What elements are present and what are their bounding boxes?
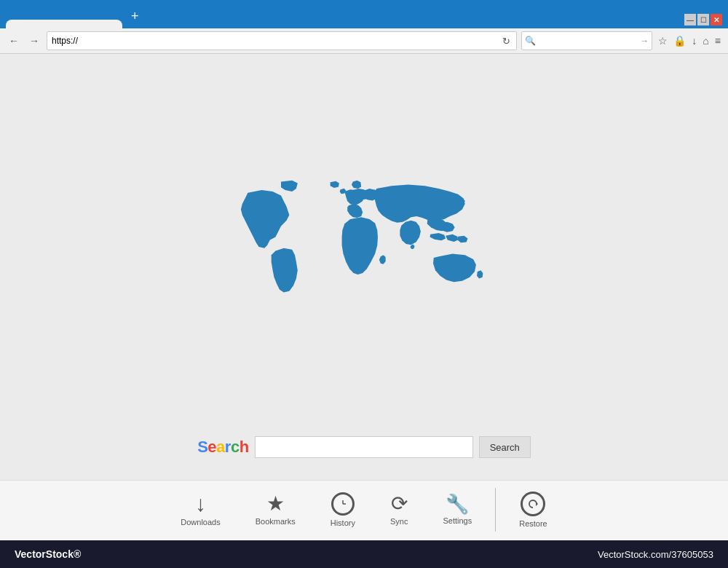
back-button[interactable]: ←	[6, 33, 22, 48]
main-search-input[interactable]	[255, 436, 473, 458]
restore-icon	[521, 492, 545, 516]
watermark-left: VectorStock®	[15, 548, 81, 560]
downloads-label: Downloads	[181, 518, 220, 526]
search-section: Search Search	[197, 436, 531, 458]
history-icon	[331, 492, 355, 516]
toolbar-icons: ☆ 🔒 ↓ ⌂ ≡	[657, 33, 722, 48]
bookmarks-label: Bookmarks	[256, 517, 296, 526]
world-map-area	[0, 54, 728, 436]
browser-toolbar: ← → ↻ 🔍 → ☆ 🔒 ↓ ⌂ ≡	[0, 28, 728, 54]
search-arrow-icon: →	[640, 36, 649, 46]
watermark-bar: VectorStock® VectorStock.com/37605053	[0, 540, 728, 568]
browser-content: Search Search ↓ Downloads ★ Bookmarks Hi…	[0, 54, 728, 540]
new-tab-button[interactable]: +	[125, 6, 145, 27]
sync-icon: ⟳	[391, 494, 408, 514]
restore-item[interactable]: Restore	[502, 492, 565, 528]
bookmark-icon[interactable]: ☆	[657, 33, 669, 48]
reload-button[interactable]: ↻	[501, 34, 512, 48]
bookmarks-icon: ★	[266, 494, 285, 514]
bookmarks-item[interactable]: ★ Bookmarks	[238, 494, 313, 526]
sync-item[interactable]: ⟳ Sync	[373, 494, 425, 526]
address-input[interactable]	[52, 36, 501, 46]
downloads-item[interactable]: ↓ Downloads	[163, 493, 237, 526]
lock-icon[interactable]: 🔒	[672, 33, 687, 48]
toolbar-search-bar[interactable]: 🔍 →	[521, 31, 652, 50]
window-controls: — ☐ ✕	[684, 14, 722, 25]
settings-item[interactable]: 🔧 Settings	[425, 494, 489, 525]
toolbar-search-input[interactable]	[539, 36, 640, 45]
search-brand-label: Search	[197, 438, 248, 457]
history-item[interactable]: History	[313, 492, 373, 527]
history-label: History	[331, 518, 355, 527]
settings-icon: 🔧	[446, 494, 469, 513]
address-bar[interactable]: ↻	[47, 31, 517, 50]
settings-label: Settings	[443, 516, 472, 525]
restore-label: Restore	[519, 519, 547, 528]
sync-label: Sync	[390, 517, 408, 526]
watermark-right: VectorStock.com/37605053	[598, 549, 713, 560]
bottom-divider	[495, 488, 496, 532]
main-search-button[interactable]: Search	[479, 436, 531, 458]
search-icon: 🔍	[525, 36, 536, 46]
browser-tab[interactable]	[6, 20, 122, 28]
maximize-button[interactable]: ☐	[697, 14, 709, 25]
menu-icon[interactable]: ≡	[713, 33, 722, 48]
forward-button[interactable]: →	[26, 33, 42, 48]
download-icon[interactable]: ↓	[690, 33, 698, 48]
close-button[interactable]: ✕	[711, 14, 722, 25]
downloads-icon: ↓	[195, 493, 206, 515]
world-map	[226, 169, 502, 322]
bottom-bar: ↓ Downloads ★ Bookmarks History ⟳ Sync 🔧…	[0, 480, 728, 540]
minimize-button[interactable]: —	[684, 14, 696, 25]
home-icon[interactable]: ⌂	[701, 33, 710, 48]
